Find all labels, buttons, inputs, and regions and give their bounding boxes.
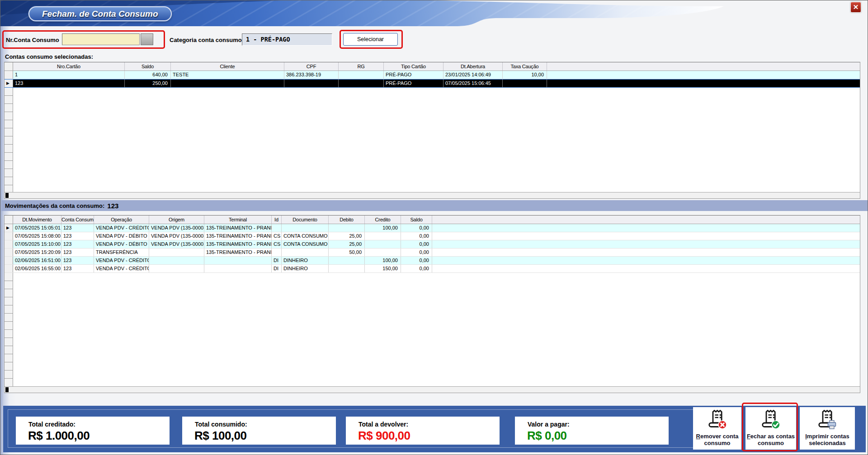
mov-grid-cell	[149, 257, 204, 264]
nr-conta-consumo-input[interactable]	[62, 33, 140, 45]
mov-grid-row[interactable]: 02/06/2025 16:51:00123VENDA PDV - CRÉDIT…	[5, 257, 860, 265]
mov-grid-cell: 07/05/2025 15:10:00	[13, 240, 61, 248]
row-selector-cell[interactable]: ▶	[5, 224, 13, 232]
contas-grid-row[interactable]: 1640,00TESTE386.233.398-19PRÉ-PAGO23/01/…	[5, 71, 860, 79]
contas-grid-column-header[interactable]: Cliente	[171, 62, 284, 70]
row-selector-cell[interactable]	[5, 249, 13, 256]
mov-grid-row[interactable]: 07/05/2025 15:08:00123VENDA PDV - DÉBITO…	[5, 232, 860, 240]
contas-grid-hscrollbar-thumb[interactable]	[5, 193, 9, 198]
contas-grid-column-header[interactable]: Dt.Abertura	[443, 62, 503, 70]
mov-grid-cell	[204, 257, 272, 264]
mov-grid-cell: DINHEIRO	[282, 257, 329, 264]
mov-grid-column-header[interactable]: Dt.Movimento	[13, 216, 61, 224]
row-selector-cell[interactable]	[5, 257, 13, 264]
mov-grid-cell: 123	[61, 224, 94, 232]
mov-grid-row[interactable]: 07/05/2025 15:20:09123TRANSFERÊNCIA135-T…	[5, 249, 860, 257]
row-selector-header	[5, 216, 13, 224]
contas-grid-column-header[interactable]: RG	[339, 62, 384, 70]
mov-grid-column-header[interactable]: Debito	[329, 216, 365, 224]
total-value: R$ 100,00	[194, 429, 336, 443]
movimentacoes-grid: Dt.MovimentoConta ConsumoOperaçãoOrigemT…	[4, 215, 860, 393]
mov-grid-cell-filler	[432, 265, 860, 272]
total-box: Valor a pagar:R$ 0,00	[515, 417, 669, 445]
row-selector-cell[interactable]	[5, 232, 13, 240]
mov-grid-cell: DI	[272, 265, 282, 272]
receipt-remove-icon	[706, 409, 729, 433]
mov-grid-cell: VENDA PDV (135-000037)	[149, 232, 204, 240]
total-value: R$ 900,00	[358, 429, 500, 443]
mov-grid-cell: VENDA PDV - CRÉDITO	[94, 257, 149, 264]
contas-grid-cell: 250,00	[125, 80, 171, 87]
current-row-arrow-icon: ▶	[6, 81, 9, 85]
mov-grid-cell	[149, 265, 204, 272]
mov-grid-column-header[interactable]: Origem	[149, 216, 204, 224]
contas-grid-cell	[284, 80, 339, 87]
contas-grid-column-header[interactable]: CPF	[284, 62, 339, 70]
contas-grid-cell: 1	[13, 71, 125, 79]
mov-grid-cell: 135-TREINAMENTO - PRANDO	[204, 249, 272, 256]
mov-grid-cell: 100,00	[365, 257, 401, 264]
mov-grid-column-header[interactable]: Id	[272, 216, 282, 224]
mov-grid-column-header[interactable]: Operação	[94, 216, 149, 224]
imprimir-contas-selecionadas-button[interactable]: Imprimir contas selecionadas	[800, 407, 855, 450]
lookup-button[interactable]	[141, 33, 153, 45]
mov-grid-hscrollbar[interactable]	[5, 386, 860, 393]
mov-grid-cell: 123	[61, 232, 94, 240]
remover-conta-consumo-button[interactable]: Remover conta consumo	[693, 407, 741, 450]
mov-grid-cell-filler	[432, 240, 860, 248]
mov-grid-cell	[365, 232, 401, 240]
mov-grid-cell: VENDA PDV - DÉBITO	[94, 232, 149, 240]
categoria-field: 1 - PRÉ-PAGO	[242, 33, 332, 46]
receipt-print-icon	[816, 409, 839, 433]
mov-grid-row[interactable]: 02/06/2025 16:55:00123VENDA PDV - CRÉDIT…	[5, 265, 860, 273]
row-selector-cell[interactable]	[5, 265, 13, 272]
contas-grid-row[interactable]: ▶123250,00PRÉ-PAGO07/05/2025 15:06:45	[5, 79, 860, 88]
mov-grid-cell	[329, 265, 365, 272]
row-selector-cell[interactable]	[5, 71, 13, 79]
mov-grid-cell-filler	[432, 232, 860, 240]
mov-grid-cell: 02/06/2025 16:51:00	[13, 257, 61, 264]
column-header-filler	[432, 216, 860, 224]
mov-grid-row[interactable]: ▶07/05/2025 15:05:01123VENDA PDV - CRÉDI…	[5, 224, 860, 232]
contas-grid-column-header[interactable]: Tipo Cartão	[384, 62, 443, 70]
row-selector-cell[interactable]: ▶	[5, 80, 13, 87]
contas-grid-column-header[interactable]: Nro.Cartão	[13, 62, 125, 70]
selecionar-button[interactable]: Selecionar	[343, 33, 398, 46]
contas-grid-hscrollbar[interactable]	[5, 192, 860, 198]
mov-grid-cell: 123	[61, 265, 94, 272]
mov-grid-cell: 100,00	[365, 224, 401, 232]
mov-grid-cell: 123	[61, 257, 94, 264]
receipt-check-icon	[760, 409, 782, 433]
mov-grid-cell	[282, 249, 329, 256]
mov-grid-column-header[interactable]: Credito	[365, 216, 401, 224]
mov-grid-column-header[interactable]: Documento	[282, 216, 329, 224]
nr-conta-consumo-label: Nr.Conta Consumo	[6, 37, 59, 43]
close-icon[interactable]: ✕	[850, 2, 861, 13]
mov-grid-hscrollbar-thumb[interactable]	[5, 387, 9, 392]
mov-grid-column-header[interactable]: Saldo	[401, 216, 432, 224]
contas-grid-cell	[503, 80, 547, 87]
total-box: Total consumido:R$ 100,00	[182, 417, 336, 445]
contas-grid-column-header[interactable]: Taxa Caução	[503, 62, 547, 70]
contas-grid-column-header[interactable]: Saldo	[125, 62, 171, 70]
mov-grid-cell: 07/05/2025 15:20:09	[13, 249, 61, 256]
contas-grid-cell-filler	[547, 71, 860, 79]
mov-grid-column-header[interactable]: Conta Consumo	[61, 216, 94, 224]
row-selector-cell[interactable]	[5, 240, 13, 248]
contas-grid-cell-filler	[547, 80, 860, 87]
mov-grid-cell: 0,00	[401, 240, 432, 248]
mov-grid-cell: 07/05/2025 15:05:01	[13, 224, 61, 232]
categoria-label: Categoria conta consumo	[170, 37, 242, 43]
contas-grid-cell	[171, 80, 284, 87]
row-selector-header	[5, 62, 13, 70]
total-box: Total a devolver:R$ 900,00	[346, 417, 500, 445]
mov-grid-cell: VENDA PDV (135-000038)	[149, 240, 204, 248]
fechar-as-contas-consumo-button[interactable]: Fechar as contas consumo	[745, 407, 796, 450]
mov-grid-column-header[interactable]: Terminal	[204, 216, 272, 224]
mov-grid-cell: CS	[272, 240, 282, 248]
mov-grid-row[interactable]: 07/05/2025 15:10:00123VENDA PDV - DÉBITO…	[5, 240, 860, 249]
mov-grid-cell	[329, 224, 365, 232]
total-label: Total consumido:	[195, 421, 336, 428]
action-button-label: Imprimir contas selecionadas	[800, 433, 855, 446]
mov-grid-cell	[365, 240, 401, 248]
